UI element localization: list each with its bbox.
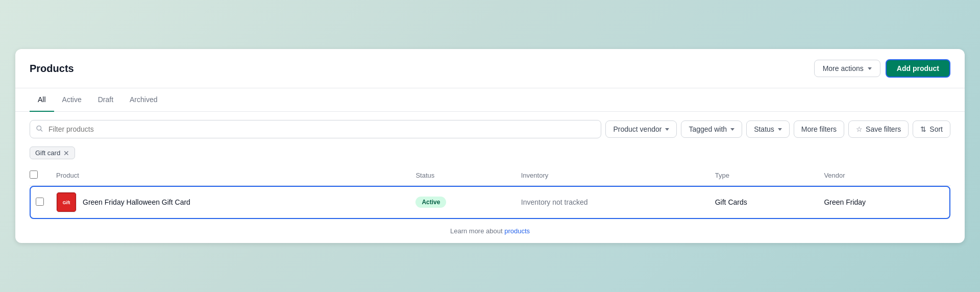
- row-type-cell: Gift Cards: [709, 186, 818, 219]
- save-filters-label: Save filters: [866, 125, 901, 133]
- product-vendor-button[interactable]: Product vendor: [605, 120, 677, 138]
- header-vendor: Vendor: [818, 165, 950, 186]
- more-actions-button[interactable]: More actions: [814, 60, 880, 77]
- tabs-container: All Active Draft Archived: [15, 88, 965, 112]
- more-filters-label: More filters: [801, 125, 837, 133]
- search-wrapper: [30, 120, 601, 138]
- star-icon: ☆: [856, 125, 863, 133]
- header-status: Status: [409, 165, 514, 186]
- more-actions-label: More actions: [823, 64, 864, 72]
- sort-button[interactable]: ⇅ Sort: [913, 120, 950, 138]
- product-name: Green Friday Halloween Gift Card: [83, 198, 190, 206]
- search-input[interactable]: [30, 120, 601, 138]
- row-status-cell: Active: [409, 186, 514, 219]
- product-vendor-label: Product vendor: [613, 125, 662, 133]
- search-icon: [36, 125, 43, 134]
- chevron-down-icon: [730, 128, 734, 131]
- main-card: Products More actions Add product All Ac…: [15, 49, 965, 243]
- tagged-with-button[interactable]: Tagged with: [681, 120, 742, 138]
- chevron-down-icon: [778, 128, 782, 131]
- row-inventory-cell: Inventory not tracked: [515, 186, 709, 219]
- tag-chip-gift-card: Gift card ✕: [30, 147, 75, 159]
- tab-archived[interactable]: Archived: [121, 88, 165, 112]
- svg-line-1: [40, 130, 42, 131]
- chevron-down-icon: [868, 67, 872, 70]
- more-filters-button[interactable]: More filters: [794, 120, 844, 138]
- header-type: Type: [709, 165, 818, 186]
- row-vendor-cell: Green Friday: [818, 186, 950, 219]
- sort-icon: ⇅: [920, 125, 926, 133]
- status-button[interactable]: Status: [746, 120, 790, 138]
- tab-draft[interactable]: Draft: [90, 88, 121, 112]
- table-container: Product Status Inventory Type Vendor: [15, 165, 965, 219]
- product-thumbnail: Gift: [56, 192, 77, 212]
- row-checkbox-cell: [30, 186, 50, 219]
- products-table: Product Status Inventory Type Vendor: [30, 165, 950, 219]
- header-actions: More actions Add product: [814, 59, 950, 78]
- footer-link[interactable]: products: [504, 227, 530, 235]
- select-all-checkbox[interactable]: [30, 171, 38, 179]
- sort-label: Sort: [929, 125, 943, 133]
- filter-row: Product vendor Tagged with Status More f…: [30, 120, 950, 138]
- product-cell: Gift Green Friday Halloween Gift Card: [56, 192, 403, 212]
- header-inventory: Inventory: [515, 165, 709, 186]
- header-checkbox-col: [30, 165, 50, 186]
- card-header: Products More actions Add product: [15, 49, 965, 88]
- page-title: Products: [30, 63, 74, 75]
- inventory-text: Inventory not tracked: [521, 198, 588, 206]
- save-filters-button[interactable]: ☆ Save filters: [848, 120, 909, 138]
- status-badge: Active: [415, 197, 446, 208]
- tags-row: Gift card ✕: [15, 142, 965, 165]
- tagged-with-label: Tagged with: [689, 125, 727, 133]
- svg-text:Gift: Gift: [63, 200, 70, 205]
- table-row[interactable]: Gift Green Friday Halloween Gift Card Ac…: [30, 186, 950, 219]
- tab-active[interactable]: Active: [54, 88, 90, 112]
- row-checkbox[interactable]: [36, 198, 44, 206]
- footer-text: Learn more about: [450, 227, 504, 235]
- tag-remove-button[interactable]: ✕: [63, 150, 69, 157]
- chevron-down-icon: [665, 128, 669, 131]
- tab-all[interactable]: All: [30, 88, 54, 112]
- footer-note: Learn more about products: [15, 219, 965, 243]
- header-product: Product: [50, 165, 409, 186]
- status-label: Status: [754, 125, 774, 133]
- filters-area: Product vendor Tagged with Status More f…: [15, 112, 965, 142]
- add-product-button[interactable]: Add product: [886, 59, 950, 78]
- row-product-cell: Gift Green Friday Halloween Gift Card: [50, 186, 409, 219]
- page-container: Products More actions Add product All Ac…: [15, 49, 965, 243]
- table-header-row: Product Status Inventory Type Vendor: [30, 165, 950, 186]
- tag-label: Gift card: [35, 149, 60, 157]
